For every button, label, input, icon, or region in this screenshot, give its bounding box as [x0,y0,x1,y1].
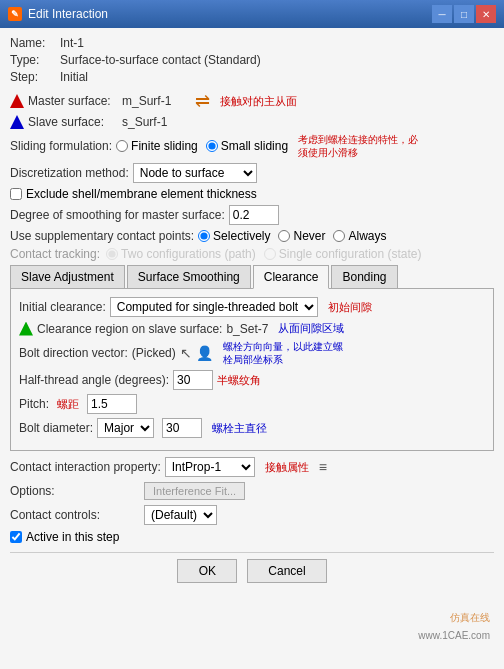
bolt-direction-value: (Picked) [132,346,176,360]
smoothing-input[interactable] [229,205,279,225]
clearance-region-annotation: 从面间隙区域 [278,321,344,336]
tab-slave-adjustment[interactable]: Slave Adjustment [10,265,125,288]
master-surface-row: Master surface: m_Surf-1 ⇌ 接触对的主从面 [10,90,494,112]
close-button[interactable]: ✕ [476,5,496,23]
finite-sliding-radio[interactable] [116,140,128,152]
type-row: Type: Surface-to-surface contact (Standa… [10,53,494,67]
title-bar: ✎ Edit Interaction ─ □ ✕ [0,0,504,28]
pitch-input[interactable] [87,394,137,414]
exclude-shell-checkbox[interactable] [10,188,22,200]
supplementary-label: Use supplementary contact points: [10,229,194,243]
never-radio[interactable] [278,230,290,242]
bolt-diameter-annotation: 螺栓主直径 [212,421,267,436]
single-config-label: Single configuration (state) [279,247,422,261]
contact-property-annotation: 接触属性 [265,460,309,475]
watermark2: www.1CAE.com [418,630,490,641]
tab-surface-smoothing[interactable]: Surface Smoothing [127,265,251,288]
step-label: Step: [10,70,60,84]
discretization-select[interactable]: Node to surface Surface to surface [133,163,257,183]
tab-bonding[interactable]: Bonding [331,265,397,288]
type-label: Type: [10,53,60,67]
arrow-icon: ↖ [180,345,192,361]
never-option[interactable]: Never [278,229,325,243]
step-value: Initial [60,70,88,84]
initial-clearance-select[interactable]: Computed for single-threaded bolt User-d… [110,297,318,317]
watermark1: 仿真在线 [450,611,490,625]
bolt-diameter-select[interactable]: Major Minor [97,418,154,438]
small-sliding-radio[interactable] [206,140,218,152]
initial-clearance-annotation: 初始间隙 [328,300,372,315]
selectively-radio[interactable] [198,230,210,242]
selectively-label: Selectively [213,229,270,243]
single-config-option: Single configuration (state) [264,247,422,261]
bolt-diameter-row: Bolt diameter: Major Minor 螺栓主直径 [19,418,485,438]
two-config-option: Two configurations (path) [106,247,256,261]
app-icon: ✎ [8,7,22,21]
smoothing-label: Degree of smoothing for master surface: [10,208,225,222]
contact-property-row: Contact interaction property: IntProp-1 … [10,457,494,477]
discretization-row: Discretization method: Node to surface S… [10,163,494,183]
smoothing-row: Degree of smoothing for master surface: [10,205,494,225]
half-thread-input[interactable] [173,370,213,390]
exclude-shell-label: Exclude shell/membrane element thickness [26,187,257,201]
name-row: Name: Int-1 [10,36,494,50]
dialog-title: Edit Interaction [28,7,108,21]
active-step-checkbox[interactable] [10,531,22,543]
master-surface-icon [10,94,24,108]
interference-fit-button[interactable]: Interference Fit... [144,482,245,500]
half-thread-label: Half-thread angle (degrees): [19,373,169,387]
always-radio[interactable] [333,230,345,242]
master-annotation: 接触对的主从面 [220,94,297,109]
clearance-region-row: Clearance region on slave surface: b_Set… [19,321,485,336]
tabs-container: Slave Adjustment Surface Smoothing Clear… [10,265,494,289]
selectively-option[interactable]: Selectively [198,229,270,243]
always-option[interactable]: Always [333,229,386,243]
contact-controls-select[interactable]: (Default) [144,505,217,525]
cancel-button[interactable]: Cancel [247,559,326,583]
supplementary-row: Use supplementary contact points: Select… [10,229,494,243]
master-slave-icon: ⇌ [195,90,210,112]
exclude-shell-row: Exclude shell/membrane element thickness [10,187,494,201]
maximize-button[interactable]: □ [454,5,474,23]
bolt-direction-row: Bolt direction vector: (Picked) ↖ 👤 螺栓方向… [19,340,485,366]
clearance-tab-content: Initial clearance: Computed for single-t… [10,289,494,451]
name-label: Name: [10,36,60,50]
contact-property-label: Contact interaction property: [10,460,161,474]
always-label: Always [348,229,386,243]
dialog-body: Name: Int-1 Type: Surface-to-surface con… [0,28,504,669]
name-value: Int-1 [60,36,84,50]
contact-property-select[interactable]: IntProp-1 [165,457,255,477]
contact-tracking-label: Contact tracking: [10,247,100,261]
sliding-row: Sliding formulation: Finite sliding Smal… [10,133,494,159]
slave-surface-row: Slave surface: s_Surf-1 [10,115,494,129]
minimize-button[interactable]: ─ [432,5,452,23]
initial-clearance-row: Initial clearance: Computed for single-t… [19,297,485,317]
small-sliding-label: Small sliding [221,139,288,153]
finite-sliding-option[interactable]: Finite sliding [116,139,198,153]
contact-controls-label: Contact controls: [10,508,140,522]
active-step-row: Active in this step [10,530,494,544]
ok-button[interactable]: OK [177,559,237,583]
options-row: Options: Interference Fit... [10,482,494,500]
single-config-radio [264,248,276,260]
half-thread-annotation: 半螺纹角 [217,373,261,388]
bolt-diameter-input[interactable] [162,418,202,438]
button-row: OK Cancel [10,552,494,583]
pitch-row: Pitch: 螺距 [19,394,485,414]
finite-sliding-label: Finite sliding [131,139,198,153]
master-surface-value: m_Surf-1 [122,94,171,108]
clearance-region-label: Clearance region on slave surface: [37,322,222,336]
tab-clearance[interactable]: Clearance [253,265,330,289]
slave-surface-label: Slave surface: [28,115,118,129]
person-icon: 👤 [196,345,213,361]
small-sliding-option[interactable]: Small sliding [206,139,288,153]
step-row: Step: Initial [10,70,494,84]
half-thread-row: Half-thread angle (degrees): 半螺纹角 [19,370,485,390]
edit-property-icon[interactable]: ≡ [319,459,327,475]
bolt-diameter-label: Bolt diameter: [19,421,93,435]
discretization-label: Discretization method: [10,166,129,180]
master-surface-label: Master surface: [28,94,118,108]
bolt-direction-label: Bolt direction vector: [19,346,128,360]
type-value: Surface-to-surface contact (Standard) [60,53,261,67]
pitch-label: Pitch: [19,397,49,411]
